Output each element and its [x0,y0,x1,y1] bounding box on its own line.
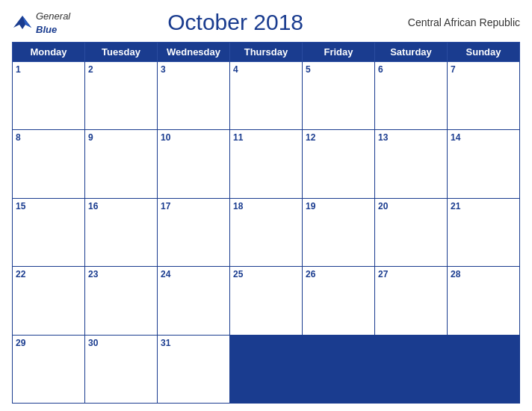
table-row: 9 [85,130,158,198]
table-row: 11 [230,130,303,198]
day-number: 22 [16,269,81,279]
day-number: 4 [233,64,299,75]
table-row: 5 [303,62,375,130]
calendar-row: 1234567 [13,62,520,130]
day-number: 12 [306,132,371,143]
table-row [230,335,303,403]
weekday-saturday: Saturday [375,43,448,62]
weekday-monday: Monday [13,43,85,62]
svg-marker-0 [13,16,31,29]
day-number: 16 [88,201,154,211]
table-row: 3 [158,62,230,130]
table-row: 22 [13,267,85,335]
calendar-row: 293031 [13,335,520,403]
day-number: 17 [161,201,226,211]
day-number: 1 [16,64,81,75]
table-row [375,335,448,403]
day-number: 23 [88,269,154,279]
table-row [448,335,520,403]
table-row: 21 [448,198,520,266]
day-number: 2 [88,64,154,75]
calendar-page: General Blue October 2018 Central Africa… [0,0,532,411]
day-number: 27 [378,269,444,279]
day-number: 6 [378,64,444,75]
table-row: 25 [230,267,303,335]
day-number: 15 [16,201,81,211]
calendar-row: 15161718192021 [13,198,520,266]
table-row: 27 [375,267,448,335]
table-row: 20 [375,198,448,266]
weekday-header-row: Monday Tuesday Wednesday Thursday Friday… [13,43,520,62]
table-row [303,335,375,403]
table-row: 29 [13,335,85,403]
table-row: 1 [13,62,85,130]
day-number: 9 [88,132,154,143]
table-row: 19 [303,198,375,266]
day-number: 26 [306,269,371,279]
day-number: 29 [16,338,81,348]
day-number: 8 [16,132,81,143]
weekday-sunday: Sunday [448,43,520,62]
logo: General Blue [12,9,70,36]
table-row: 26 [303,267,375,335]
weekday-friday: Friday [303,43,375,62]
table-row: 18 [230,198,303,266]
calendar-row: 891011121314 [13,130,520,198]
table-row: 10 [158,130,230,198]
day-number: 10 [161,132,226,143]
day-number: 19 [306,201,371,211]
day-number: 31 [161,338,226,348]
table-row: 17 [158,198,230,266]
table-row: 8 [13,130,85,198]
day-number: 3 [161,64,226,75]
day-number: 14 [451,132,516,143]
weekday-tuesday: Tuesday [85,43,158,62]
day-number: 18 [233,201,299,211]
day-number: 5 [306,64,371,75]
logo-bird-icon [12,14,33,31]
table-row: 14 [448,130,520,198]
table-row: 24 [158,267,230,335]
table-row: 4 [230,62,303,130]
day-number: 13 [378,132,444,143]
calendar-row: 22232425262728 [13,267,520,335]
table-row: 2 [85,62,158,130]
logo-blue-text: Blue [36,24,57,35]
day-number: 25 [233,269,299,279]
day-number: 28 [451,269,516,279]
page-title: October 2018 [70,10,400,35]
table-row: 28 [448,267,520,335]
table-row: 6 [375,62,448,130]
day-number: 24 [161,269,226,279]
day-number: 21 [451,201,516,211]
day-number: 11 [233,132,299,143]
weekday-wednesday: Wednesday [158,43,230,62]
table-row: 31 [158,335,230,403]
table-row: 15 [13,198,85,266]
day-number: 20 [378,201,444,211]
table-row: 23 [85,267,158,335]
table-row: 13 [375,130,448,198]
country-label: Central African Republic [400,16,520,28]
day-number: 30 [88,338,154,348]
day-number: 7 [451,64,516,75]
calendar-table: Monday Tuesday Wednesday Thursday Friday… [12,42,520,404]
weekday-thursday: Thursday [230,43,303,62]
calendar-header: General Blue October 2018 Central Africa… [12,9,520,36]
table-row: 12 [303,130,375,198]
logo-general-text: General [36,10,70,22]
table-row: 30 [85,335,158,403]
table-row: 7 [448,62,520,130]
table-row: 16 [85,198,158,266]
